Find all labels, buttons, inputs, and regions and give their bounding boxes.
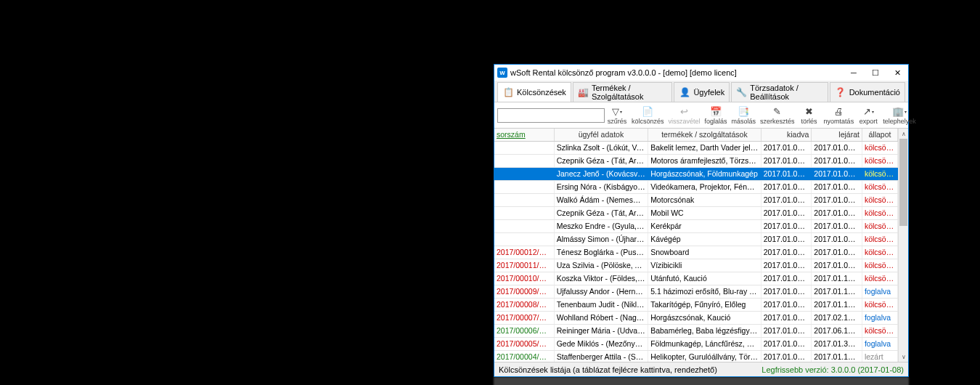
table-row[interactable]: Czepnik Géza - (Tát, Artúr utca 14Motoro… — [494, 155, 898, 168]
table-row[interactable]: Walkó Ádám - (Nemesmedves, DMotorcsónak2… — [494, 194, 898, 207]
cell-ugyfel: Czepnik Géza - (Tát, Artúr utca 14 — [555, 207, 648, 219]
cell-termekek: Motorcsónak — [648, 194, 761, 206]
cell-kiadva: 2017.01.08 11:00 — [761, 155, 812, 167]
table-row[interactable]: 2017/00007/DEMOWohlland Róbert - (Nagyká… — [494, 312, 898, 325]
cell-allapot: lezárt — [862, 351, 898, 362]
cell-allapot: kölcsönözve — [862, 155, 898, 167]
cell-lejarat: 2017.01.13 11:00 — [812, 351, 862, 362]
cell-kiadva: 2017.01.08 11:00 — [761, 233, 812, 246]
cell-lejarat: 2017.02.10 11:00 — [812, 312, 862, 324]
cell-sorszam — [494, 155, 555, 167]
törlés-button[interactable]: ✖törlés — [797, 103, 822, 128]
cell-allapot: kölcsönözve — [862, 168, 898, 180]
cell-allapot: foglalva — [862, 312, 898, 324]
cell-lejarat: 2017.01.08 12:00 — [812, 168, 862, 180]
table-row[interactable]: Ersing Nóra - (Kisbágyon, CibakhVideókam… — [494, 181, 898, 194]
table-row[interactable]: 2017/00005/DEMOGede Miklós - (Mezőnyárád… — [494, 338, 898, 351]
export-button[interactable]: ↗▾export — [856, 103, 881, 128]
cell-ugyfel: Almássy Simon - (Újhartyán, Acé — [555, 233, 648, 246]
szűrés-button[interactable]: ▽▾szűrés — [605, 103, 629, 128]
search-input[interactable] — [497, 108, 605, 123]
tab-icon: 📋 — [502, 86, 514, 98]
table-row[interactable]: 2017/00009/DEMOUjfalussy Andor - (Hernyé… — [494, 285, 898, 299]
table-row[interactable]: 2017/00008/DEMOTenenbaum Judit - (Nikla,… — [494, 299, 898, 312]
table-row[interactable]: 2017/00012/DEMOTénesz Boglárka - (Puszta… — [494, 246, 898, 259]
col-sorszam[interactable]: sorszám — [494, 129, 555, 141]
cell-termekek: Kerékpár — [648, 220, 761, 232]
cell-lejarat: 2017.01.08 18:00 — [812, 155, 862, 167]
tab-k-lcs-nz-sek[interactable]: 📋Kölcsönzések — [497, 82, 571, 102]
foglalás-button[interactable]: 📅foglalás — [703, 103, 730, 128]
table-header[interactable]: sorszám ügyfél adatok termékek / szolgál… — [494, 129, 898, 142]
titlebar[interactable]: w wSoft Rental kölcsönző program v3.0.0.… — [494, 65, 908, 81]
cell-allapot: kölcsönözve — [862, 220, 898, 232]
cell-termekek: Takarítógép, Fűnyíró, Előleg — [648, 299, 761, 311]
nyomtatás-button[interactable]: 🖨nyomtatás — [822, 103, 857, 128]
minimize-button[interactable]: ─ — [843, 65, 865, 81]
scroll-down-icon[interactable]: ∨ — [899, 352, 908, 362]
table-row[interactable]: 2017/00010/DEMOKoszka Viktor - (Földes, … — [494, 272, 898, 285]
scroll-thumb[interactable] — [899, 139, 907, 226]
cell-sorszam — [494, 181, 555, 193]
telephelyek-button[interactable]: 🏢▾telephelyek — [881, 103, 918, 128]
cell-termekek: Vízibicikli — [648, 259, 761, 272]
szűrés-icon: ▽▾ — [612, 106, 622, 118]
reflection: 2017/00001/DEMODolga Levente - (Nagyigmá… — [494, 377, 909, 385]
cell-allapot: kölcsönözve — [862, 246, 898, 259]
másolás-icon: 📑 — [738, 106, 749, 118]
toolbar-label: törlés — [801, 118, 817, 125]
cell-ugyfel: Szlinka Zsolt - (Lókút, Vadorzó ú — [555, 142, 648, 154]
cell-allapot: foglalva — [862, 338, 898, 350]
scrollbar[interactable]: ∧ ∨ — [898, 129, 908, 362]
scroll-up-icon[interactable]: ∧ — [899, 129, 908, 139]
cell-lejarat: 2017.01.15 11:00 — [812, 285, 862, 298]
table-row[interactable]: Meszko Endre - (Gyula, Lívia utcaKerékpá… — [494, 220, 898, 233]
cell-ugyfel: Wohlland Róbert - (Nagykálló, Ci — [555, 312, 648, 324]
version-text: Legfrissebb verzió: 3.0.0.0 (2017-01-08) — [761, 365, 904, 374]
kölcsönzés-button[interactable]: 📄kölcsönzés — [629, 103, 666, 128]
maximize-button[interactable]: ☐ — [865, 65, 886, 81]
cell-lejarat: 2017.01.30 11:00 — [812, 338, 862, 350]
table-row[interactable]: 2017/00006/DEMOReininger Mária - (Udvar,… — [494, 325, 898, 338]
tab-term-kek-szolg-ltat-sok[interactable]: 🏭Termékek / Szolgáltatások — [573, 82, 673, 102]
col-ugyfel[interactable]: ügyfél adatok — [555, 129, 648, 141]
table-row[interactable]: Szlinka Zsolt - (Lókút, Vadorzó úBakelit… — [494, 142, 898, 155]
table-row[interactable]: Czepnik Géza - (Tát, Artúr utca 14Mobil … — [494, 207, 898, 220]
cell-sorszam — [494, 168, 555, 180]
table-row[interactable]: Almássy Simon - (Újhartyán, AcéKávégép20… — [494, 233, 898, 246]
col-lejarat[interactable]: lejárat — [812, 129, 862, 141]
cell-ugyfel: Uza Szilvia - (Pölöske, Ajak utca 1 — [555, 259, 648, 272]
cell-termekek: Földmunkagép, Láncfűrész, Előleg — [648, 338, 761, 350]
cell-ugyfel: Ujfalussy Andor - (Hernyék, Almá — [555, 285, 648, 298]
cell-sorszam — [494, 233, 555, 246]
cell-termekek: Bakelit lemez, Darth Vader jelmez, Kever… — [648, 142, 761, 154]
col-termekek[interactable]: termékek / szolgáltatások — [648, 129, 761, 141]
cell-termekek: Mobil WC — [648, 207, 761, 219]
tab-t-rzsadatok-be-ll-t-sok[interactable]: 🔧Törzsadatok / Beállítások — [731, 82, 828, 102]
toolbar-label: nyomtatás — [824, 118, 854, 125]
kölcsönzés-icon: 📄 — [642, 106, 653, 118]
table-row[interactable]: 2017/00004/DEMOStaffenberger Attila - (S… — [494, 351, 898, 362]
app-icon: w — [497, 68, 507, 78]
cell-kiadva: 2017.01.08 11:00 — [761, 312, 812, 324]
table-row[interactable]: Janecz Jenő - (Kovácsvágás, HegHorgászcs… — [494, 168, 898, 181]
cell-ugyfel: Ersing Nóra - (Kisbágyon, Cibakh — [555, 181, 648, 193]
tab-icon: 👤 — [679, 86, 690, 98]
tab-dokument-ci-[interactable]: ❓Dokumentáció — [830, 82, 905, 102]
cell-ugyfel: Reininger Mária - (Udvar, Szalam — [555, 325, 648, 337]
cell-termekek: Utánfutó, Kaució — [648, 272, 761, 285]
cell-allapot: foglalva — [862, 285, 898, 298]
cell-kiadva: 2017.01.08 11:00 — [761, 285, 812, 298]
cell-lejarat: 2017.01.11 11:00 — [812, 272, 862, 285]
szerkesztés-button[interactable]: ✎szerkesztés — [758, 103, 797, 128]
másolás-button[interactable]: 📑másolás — [730, 103, 759, 128]
close-button[interactable]: ✕ — [886, 65, 908, 81]
col-kiadva[interactable]: kiadva — [761, 129, 812, 141]
telephelyek-icon: 🏢▾ — [892, 106, 907, 118]
cell-termekek: Kávégép — [648, 233, 761, 246]
tab--gyfelek[interactable]: 👤Ügyfelek — [674, 82, 730, 102]
toolbar-label: másolás — [732, 118, 756, 125]
cell-allapot: kölcsönözve — [862, 181, 898, 193]
col-allapot[interactable]: állapot — [862, 129, 898, 141]
table-row[interactable]: 2017/00011/DEMOUza Szilvia - (Pölöske, A… — [494, 259, 898, 272]
